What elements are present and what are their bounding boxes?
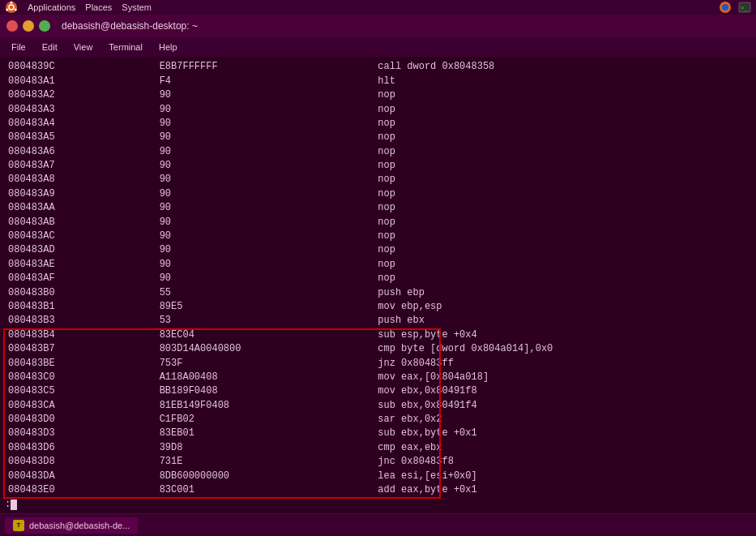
menu-file[interactable]: File [5,41,32,54]
asm-bytes: 90 [156,258,375,272]
asm-address: 080483D8 [5,455,156,469]
asm-bytes: C1FB02 [156,413,375,427]
asm-instruction: sub ebx,byte +0x1 [374,427,751,440]
table-row: 080483D8731Ejnc 0x80483f8 [5,455,751,469]
asm-address: 080483AA [5,201,156,215]
asm-bytes: 55 [156,286,375,300]
minimize-button[interactable] [23,20,34,32]
asm-bytes: 83EC04 [156,328,375,342]
asm-instruction: sub esp,byte +0x4 [374,328,751,342]
asm-address: 080483C0 [5,371,156,384]
asm-instruction: nop [374,131,751,144]
asm-bytes: 90 [156,88,375,102]
table-row: 080483B353push ebx [5,314,751,328]
asm-address: 080483D6 [5,441,156,455]
table-row: 080483AA90nop [5,201,751,215]
system-bar-right: >_ [719,1,751,14]
svg-point-2 [11,2,13,4]
firefox-icon[interactable] [719,1,732,14]
table-row: 080483C5BB189F0408mov ebx,0x80491f8 [5,384,751,398]
window-title: debasish@debasish-desktop: ~ [62,20,198,32]
table-row: 080483A690nop [5,145,751,159]
table-row: 080483BE753Fjnz 0x80483ff [5,357,751,371]
asm-address: 080483CA [5,399,156,413]
asm-address: 080483A1 [5,75,156,88]
asm-bytes: 90 [156,145,375,159]
svg-point-6 [722,4,728,11]
asm-table: 0804839CE8B7FFFFFFcall dword 0x804835808… [5,60,751,497]
close-button[interactable] [6,20,18,32]
asm-address: 080483A9 [5,187,156,201]
asm-bytes: 731E [156,455,375,469]
menu-bar: File Edit View Terminal Help [0,37,756,57]
asm-bytes: 90 [156,243,375,257]
menu-edit[interactable]: Edit [36,41,64,54]
taskbar-item-label: debasish@debasish-de... [29,521,130,530]
menu-help[interactable]: Help [152,41,184,54]
asm-bytes: E8B7FFFFFF [156,60,375,74]
asm-address: 080483A6 [5,145,156,159]
terminal-icon[interactable]: >_ [738,1,751,14]
asm-bytes: 753F [156,357,375,371]
menu-terminal[interactable]: Terminal [102,41,149,54]
system-menu[interactable]: System [122,2,152,12]
asm-bytes: 90 [156,103,375,117]
asm-address: 080483D0 [5,413,156,427]
asm-instruction: nop [374,103,751,117]
asm-instruction: nop [374,117,751,131]
asm-bytes: 90 [156,272,375,285]
asm-instruction: nop [374,243,751,257]
menu-view[interactable]: View [67,41,100,54]
asm-instruction: mov ebp,esp [374,300,751,314]
table-row: 080483A490nop [5,117,751,131]
asm-address: 080483AB [5,216,156,229]
asm-address: 080483A4 [5,117,156,131]
ubuntu-logo-icon [5,1,18,14]
taskbar-terminal-item[interactable]: T debasish@debasish-de... [5,517,138,534]
taskbar: T debasish@debasish-de... [0,513,756,536]
asm-bytes: 53 [156,314,375,328]
asm-bytes: 90 [156,229,375,243]
terminal-content[interactable]: 0804839CE8B7FFFFFFcall dword 0x804835808… [0,57,756,513]
table-row: 080483CA81EB149F0408sub ebx,0x80491f4 [5,399,751,413]
places-menu[interactable]: Places [85,2,112,12]
table-row: 080483D639D8cmp eax,ebx [5,441,751,455]
asm-bytes: F4 [156,75,375,88]
table-row: 0804839CE8B7FFFFFFcall dword 0x8048358 [5,60,751,74]
asm-bytes: 90 [156,187,375,201]
asm-instruction: nop [374,187,751,201]
asm-instruction: nop [374,272,751,285]
asm-address: 080483B0 [5,286,156,300]
asm-address: 080483AE [5,258,156,272]
table-row: 080483A1F4hlt [5,75,751,88]
applications-menu[interactable]: Applications [28,2,75,12]
maximize-button[interactable] [39,20,50,32]
asm-bytes: 90 [156,159,375,173]
asm-bytes: 90 [156,117,375,131]
asm-instruction: nop [374,145,751,159]
asm-instruction: call dword 0x8048358 [374,60,751,74]
asm-instruction: hlt [374,75,751,88]
asm-bytes: 90 [156,201,375,215]
table-row: 080483E083C001add eax,byte +0x1 [5,483,751,497]
asm-instruction: nop [374,201,751,215]
asm-address: 080483AF [5,272,156,285]
asm-instruction: nop [374,229,751,243]
asm-instruction: nop [374,159,751,173]
asm-address: 080483AD [5,243,156,257]
asm-address: 080483A2 [5,88,156,102]
asm-bytes: BB189F0408 [156,384,375,398]
asm-bytes: 83C001 [156,483,375,497]
prompt-line: : [5,499,751,510]
asm-bytes: 90 [156,173,375,187]
svg-point-4 [6,9,8,11]
prompt-text: : [5,499,11,510]
table-row: 080483B189E5mov ebp,esp [5,300,751,314]
asm-instruction: mov ebx,0x80491f8 [374,384,751,398]
asm-instruction: lea esi,[esi+0x0] [374,470,751,483]
asm-address: 080483A8 [5,173,156,187]
table-row: 080483A790nop [5,159,751,173]
asm-instruction: jnc 0x80483f8 [374,455,751,469]
asm-address: 080483A5 [5,131,156,144]
table-row: 080483D0C1FB02sar ebx,0x2 [5,413,751,427]
